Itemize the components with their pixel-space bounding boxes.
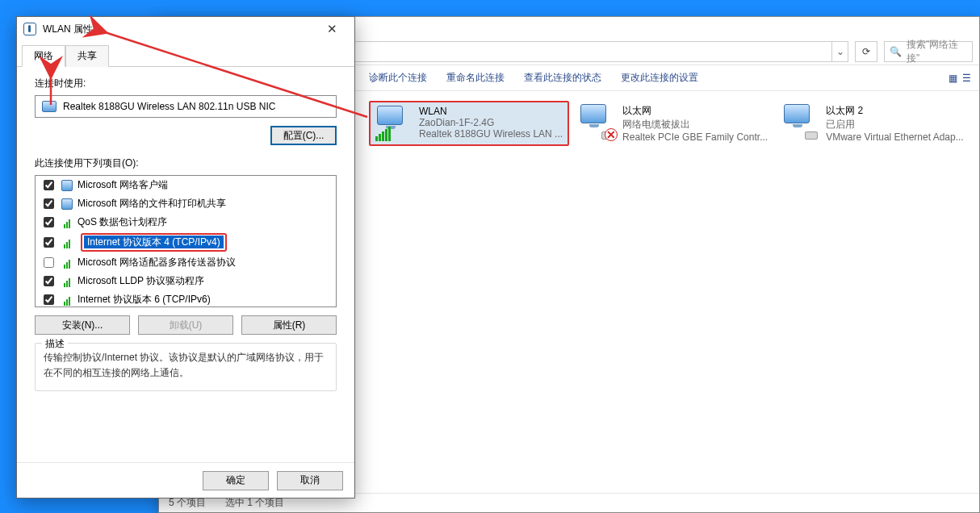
protocol-checkbox[interactable] bbox=[44, 237, 54, 248]
dialog-titlebar[interactable]: WLAN 属性 ✕ bbox=[17, 17, 354, 41]
tab-sharing[interactable]: 共享 bbox=[65, 45, 109, 67]
client-icon bbox=[61, 198, 73, 210]
toolbar-rename[interactable]: 重命名此连接 bbox=[446, 71, 505, 85]
properties-button[interactable]: 属性(R) bbox=[241, 315, 337, 335]
protocol-stack-icon bbox=[61, 217, 73, 228]
connection-status: ZaoDian-1F-2.4G bbox=[419, 117, 563, 128]
protocol-checkbox[interactable] bbox=[44, 294, 54, 305]
protocol-checkbox[interactable] bbox=[44, 217, 54, 227]
ethernet-adapter-icon: ✕ bbox=[579, 104, 614, 140]
protocol-item[interactable]: Internet 协议版本 4 (TCP/IPv4) bbox=[36, 231, 337, 253]
protocol-checkbox[interactable] bbox=[44, 276, 54, 286]
protocol-item[interactable]: Microsoft 网络适配器多路传送器协议 bbox=[36, 253, 337, 272]
highlighted-item: Internet 协议版本 4 (TCP/IPv4) bbox=[81, 233, 227, 252]
toolbar-change[interactable]: 更改此连接的设置 bbox=[621, 71, 698, 85]
search-placeholder: 搜索"网络连接" bbox=[907, 38, 967, 65]
view-icons: ▦ ☰ bbox=[949, 73, 971, 84]
search-input[interactable]: 🔍 搜索"网络连接" bbox=[884, 41, 973, 62]
connection-device: Realtek 8188GU Wireless LAN ... bbox=[419, 128, 563, 140]
protocol-stack-icon bbox=[61, 276, 73, 287]
protocol-item[interactable]: Internet 协议版本 6 (TCP/IPv6) bbox=[36, 290, 337, 307]
protocol-label: Microsoft LLDP 协议驱动程序 bbox=[77, 274, 204, 288]
cancel-button[interactable]: 取消 bbox=[277, 471, 343, 490]
protocol-item[interactable]: Microsoft 网络客户端 bbox=[36, 176, 337, 194]
connection-card[interactable]: WLANZaoDian-1F-2.4GRealtek 8188GU Wirele… bbox=[369, 101, 569, 146]
dialog-footer: 确定 取消 bbox=[17, 462, 354, 498]
adapter-icon bbox=[23, 23, 36, 35]
tab-network[interactable]: 网络 bbox=[22, 45, 65, 67]
items-label: 此连接使用下列项目(O): bbox=[35, 156, 337, 170]
connection-name: 以太网 bbox=[622, 104, 768, 118]
toolbar-status[interactable]: 查看此连接的状态 bbox=[524, 71, 601, 85]
protocol-checkbox[interactable] bbox=[44, 257, 54, 268]
toolbar-diag[interactable]: 诊断此个连接 bbox=[369, 71, 427, 85]
adapter-name: Realtek 8188GU Wireless LAN 802.11n USB … bbox=[63, 101, 275, 112]
connection-card[interactable]: 以太网 2已启用VMware Virtual Ethernet Adap... bbox=[777, 101, 971, 146]
ethernet-adapter-icon bbox=[782, 104, 818, 140]
chevron-down-icon[interactable]: ⌄ bbox=[831, 41, 848, 62]
protocol-label: QoS 数据包计划程序 bbox=[77, 215, 167, 229]
dialog-tabs: 网络 共享 bbox=[17, 41, 354, 67]
connection-device: VMware Virtual Ethernet Adap... bbox=[826, 131, 966, 143]
description-text: 传输控制协议/Internet 协议。该协议是默认的广域网络协议，用于在不同的相… bbox=[44, 350, 328, 381]
dialog-body: 连接时使用: Realtek 8188GU Wireless LAN 802.1… bbox=[17, 67, 354, 462]
view-tiles-icon[interactable]: ▦ bbox=[949, 73, 957, 84]
protocol-label: Microsoft 网络的文件和打印机共享 bbox=[77, 197, 226, 211]
uninstall-button: 卸载(U) bbox=[138, 315, 233, 335]
items-list[interactable]: Microsoft 网络客户端Microsoft 网络的文件和打印机共享QoS … bbox=[35, 175, 337, 307]
connection-name: 以太网 2 bbox=[826, 104, 966, 118]
search-icon: 🔍 bbox=[890, 46, 902, 57]
configure-button[interactable]: 配置(C)... bbox=[270, 126, 337, 145]
protocol-stack-icon bbox=[61, 294, 73, 306]
wifi-adapter-icon bbox=[375, 106, 411, 141]
connection-device: Realtek PCIe GBE Family Contr... bbox=[622, 131, 768, 143]
connection-status: 网络电缆被拔出 bbox=[622, 118, 768, 131]
protocol-item[interactable]: QoS 数据包计划程序 bbox=[36, 213, 337, 231]
refresh-button[interactable]: ⟳ bbox=[855, 41, 877, 62]
protocol-label: Microsoft 网络适配器多路传送器协议 bbox=[77, 256, 236, 269]
connection-name: WLAN bbox=[419, 106, 563, 117]
protocol-label: Internet 协议版本 4 (TCP/IPv4) bbox=[84, 236, 224, 248]
protocol-label: Microsoft 网络客户端 bbox=[77, 178, 168, 192]
description-legend: 描述 bbox=[42, 337, 68, 351]
monitor-icon bbox=[42, 101, 57, 112]
description-group: 描述 传输控制协议/Internet 协议。该协议是默认的广域网络协议，用于在不… bbox=[35, 343, 337, 391]
protocol-item[interactable]: Microsoft LLDP 协议驱动程序 bbox=[36, 272, 337, 290]
protocol-checkbox[interactable] bbox=[44, 198, 54, 209]
protocol-checkbox[interactable] bbox=[44, 180, 54, 190]
protocol-label: Internet 协议版本 6 (TCP/IPv6) bbox=[77, 293, 211, 307]
ok-button[interactable]: 确定 bbox=[203, 471, 269, 490]
protocol-stack-icon bbox=[61, 237, 73, 248]
connection-status: 已启用 bbox=[826, 118, 966, 131]
protocol-stack-icon bbox=[61, 257, 73, 269]
connection-card[interactable]: ✕以太网网络电缆被拔出Realtek PCIe GBE Family Contr… bbox=[574, 101, 773, 146]
connect-using-label: 连接时使用: bbox=[35, 77, 337, 90]
protocol-item[interactable]: Microsoft 网络的文件和打印机共享 bbox=[36, 194, 337, 213]
install-button[interactable]: 安装(N)... bbox=[35, 315, 130, 335]
view-details-icon[interactable]: ☰ bbox=[962, 73, 971, 84]
close-button[interactable]: ✕ bbox=[316, 18, 348, 40]
properties-dialog: WLAN 属性 ✕ 网络 共享 连接时使用: Realtek 8188GU Wi… bbox=[16, 16, 355, 498]
adapter-box[interactable]: Realtek 8188GU Wireless LAN 802.11n USB … bbox=[35, 95, 337, 118]
client-icon bbox=[61, 180, 73, 191]
dialog-title: WLAN 属性 bbox=[43, 23, 316, 36]
